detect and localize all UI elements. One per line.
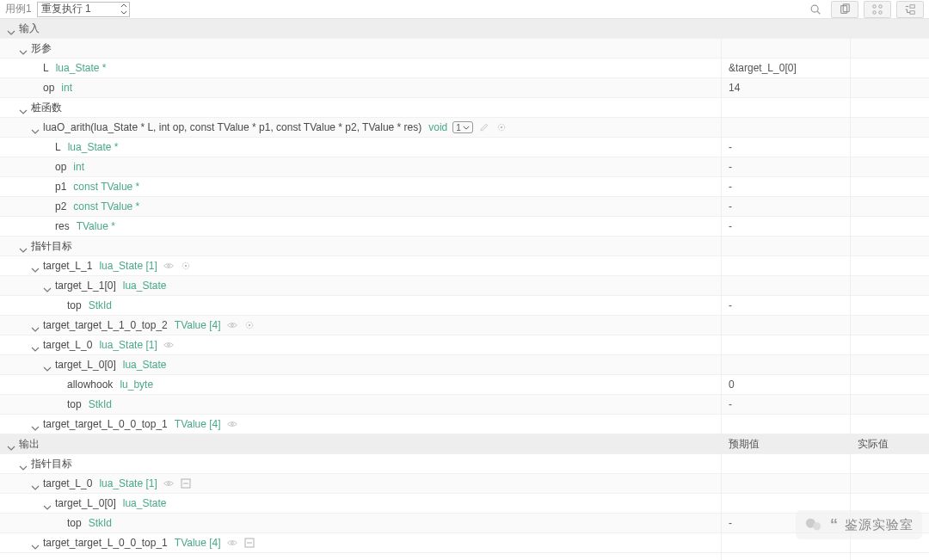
watermark-badge: “ 鉴源实验室 <box>796 510 922 539</box>
tree-column: 输入 形参 L lua_State * op int 桩函数 luaO_arit… <box>0 19 721 560</box>
value-cell[interactable]: 0 <box>722 375 850 395</box>
chevron-down-icon[interactable] <box>31 420 40 428</box>
group-pointer-target[interactable]: 指针目标 <box>0 237 721 256</box>
target-L1-top[interactable]: topStkId <box>0 296 721 316</box>
case-label: 用例1 <box>5 2 32 16</box>
chevron-down-icon[interactable] <box>19 242 28 250</box>
target-L0-top[interactable]: topStkId <box>0 395 721 415</box>
value-cell[interactable]: - <box>722 395 850 415</box>
out-top[interactable]: topStkId <box>0 514 721 533</box>
param-row-op[interactable]: op int <box>0 78 721 98</box>
expected-header: 预期值 <box>722 434 850 454</box>
wechat-icon <box>804 515 823 534</box>
grid-view-button[interactable] <box>864 1 891 18</box>
out-target-L0[interactable]: target_L_0lua_State [1] <box>0 474 721 494</box>
top-bar: 用例1 <box>0 0 929 19</box>
target-L1-0[interactable]: target_L_1[0]lua_State <box>0 276 721 296</box>
section-input-label: 输入 <box>19 19 40 39</box>
value-cell[interactable]: - <box>722 157 850 177</box>
watermark-text: 鉴源实验室 <box>845 517 914 533</box>
chevron-down-icon[interactable] <box>19 103 28 112</box>
stub-param-p2[interactable]: p2const TValue * <box>0 197 721 217</box>
value-cell[interactable]: &target_L_0[0] <box>722 58 850 78</box>
collapse-box-icon[interactable] <box>180 477 192 489</box>
chevron-down-icon[interactable] <box>31 321 40 329</box>
search-icon[interactable] <box>805 2 826 17</box>
repeat-step-up[interactable] <box>119 3 129 9</box>
repeat-spinbox[interactable] <box>37 2 130 17</box>
chevron-down-icon[interactable] <box>43 499 52 508</box>
stub-param-L[interactable]: Llua_State * <box>0 138 721 157</box>
group-pointer-target-output[interactable]: 指针目标 <box>0 454 721 474</box>
chevron-down-icon[interactable] <box>31 479 40 488</box>
section-input[interactable]: 输入 <box>0 19 721 39</box>
group-stub-funcs[interactable]: 桩函数 <box>0 98 721 118</box>
out-target-L0-0[interactable]: target_L_0[0]lua_State <box>0 494 721 514</box>
chevron-down-icon[interactable] <box>7 440 15 448</box>
chevron-down-icon[interactable] <box>31 262 40 270</box>
eye-icon[interactable] <box>226 418 238 430</box>
value-column: &target_L_0[0] 14 - - - - - - 0 - 预期值 - <box>721 19 850 560</box>
svg-point-20 <box>813 522 821 530</box>
target-icon[interactable] <box>243 319 255 331</box>
target-icon[interactable] <box>495 121 508 133</box>
value-cell[interactable]: 14 <box>722 78 850 98</box>
copy-button[interactable] <box>831 1 858 18</box>
section-output[interactable]: 输出 <box>0 434 721 454</box>
chevron-down-icon[interactable] <box>43 281 52 290</box>
chevron-down-icon[interactable] <box>31 341 40 349</box>
chevron-down-icon[interactable] <box>19 44 28 52</box>
stub-func-row[interactable]: luaO_arith(lua_State * L, int op, const … <box>0 118 721 138</box>
actual-column: 实际值 <box>850 19 929 560</box>
target-icon[interactable] <box>180 260 192 272</box>
eye-icon[interactable] <box>163 339 175 351</box>
chevron-down-icon[interactable] <box>7 24 15 33</box>
repeat-input[interactable] <box>37 2 130 17</box>
out-target-target-L0[interactable]: target_target_L_0_0_top_1TValue [4] <box>0 533 721 553</box>
value-cell[interactable]: - <box>722 177 850 197</box>
group-label: 形参 <box>31 39 52 58</box>
main-content: 输入 形参 L lua_State * op int 桩函数 luaO_arit… <box>0 19 929 560</box>
chevron-down-icon[interactable] <box>31 538 40 547</box>
param-row-L[interactable]: L lua_State * <box>0 58 721 78</box>
target-L0-0[interactable]: target_L_0[0]lua_State <box>0 355 721 375</box>
value-cell[interactable]: - <box>722 138 850 157</box>
eye-icon[interactable] <box>226 319 238 331</box>
value-cell[interactable]: - <box>722 197 850 217</box>
eye-icon[interactable] <box>163 260 175 272</box>
stub-param-op[interactable]: opint <box>0 157 721 177</box>
collapse-box-icon[interactable] <box>243 537 255 549</box>
eye-icon[interactable] <box>163 477 175 489</box>
target-L0[interactable]: target_L_0lua_State [1] <box>0 335 721 355</box>
tree-view-button[interactable] <box>896 1 924 18</box>
repeat-step-down[interactable] <box>119 9 129 16</box>
stub-param-p1[interactable]: p1const TValue * <box>0 177 721 197</box>
target-target-L1[interactable]: target_target_L_1_0_top_2TValue [4] <box>0 316 721 335</box>
target-L0-allowhook[interactable]: allowhooklu_byte <box>0 375 721 395</box>
eye-icon[interactable] <box>226 537 238 549</box>
value-cell[interactable]: - <box>722 296 850 316</box>
actual-header: 实际值 <box>851 434 929 454</box>
target-L1[interactable]: target_L_1lua_State [1] <box>0 256 721 276</box>
chevron-down-icon[interactable] <box>43 360 52 369</box>
target-target-L0[interactable]: target_target_L_0_0_top_1TValue [4] <box>0 415 721 434</box>
quote-icon: “ <box>830 516 838 534</box>
chevron-down-icon[interactable] <box>19 459 28 468</box>
edit-icon[interactable] <box>478 121 490 133</box>
call-count-badge[interactable]: 1 <box>452 121 473 133</box>
stub-param-res[interactable]: resTValue * <box>0 217 721 237</box>
group-formal-params[interactable]: 形参 <box>0 39 721 58</box>
value-cell[interactable]: - <box>722 217 850 237</box>
chevron-down-icon[interactable] <box>31 123 40 132</box>
